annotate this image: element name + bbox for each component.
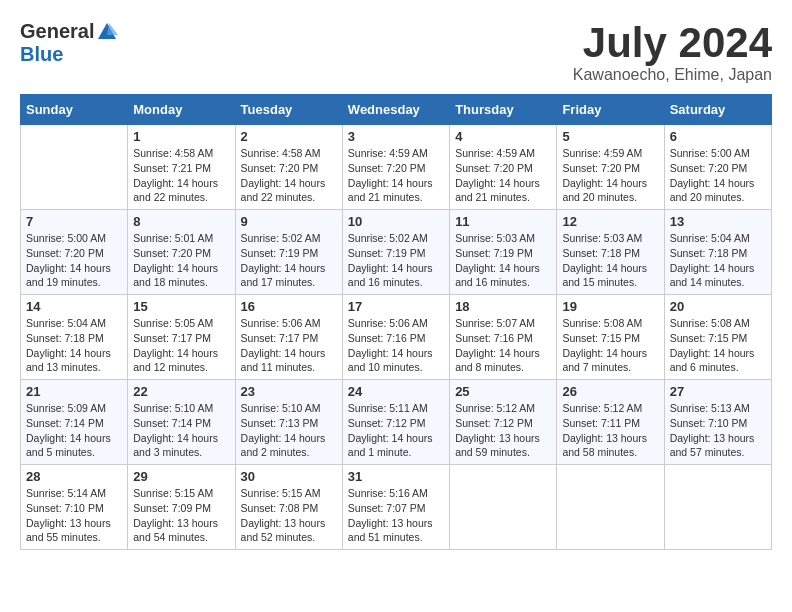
day-info: Sunrise: 5:04 AMSunset: 7:18 PMDaylight:… <box>26 316 122 375</box>
day-number: 11 <box>455 214 551 229</box>
day-info: Sunrise: 5:07 AMSunset: 7:16 PMDaylight:… <box>455 316 551 375</box>
calendar-cell <box>557 465 664 550</box>
day-info: Sunrise: 4:59 AMSunset: 7:20 PMDaylight:… <box>348 146 444 205</box>
day-number: 1 <box>133 129 229 144</box>
col-thursday: Thursday <box>450 95 557 125</box>
calendar-cell <box>664 465 771 550</box>
week-row-4: 21Sunrise: 5:09 AMSunset: 7:14 PMDayligh… <box>21 380 772 465</box>
day-info: Sunrise: 5:10 AMSunset: 7:14 PMDaylight:… <box>133 401 229 460</box>
calendar-cell: 28Sunrise: 5:14 AMSunset: 7:10 PMDayligh… <box>21 465 128 550</box>
calendar-cell: 25Sunrise: 5:12 AMSunset: 7:12 PMDayligh… <box>450 380 557 465</box>
calendar-cell: 8Sunrise: 5:01 AMSunset: 7:20 PMDaylight… <box>128 210 235 295</box>
day-number: 14 <box>26 299 122 314</box>
day-number: 19 <box>562 299 658 314</box>
day-info: Sunrise: 5:04 AMSunset: 7:18 PMDaylight:… <box>670 231 766 290</box>
logo: General Blue <box>20 20 118 66</box>
day-info: Sunrise: 5:16 AMSunset: 7:07 PMDaylight:… <box>348 486 444 545</box>
calendar-cell: 6Sunrise: 5:00 AMSunset: 7:20 PMDaylight… <box>664 125 771 210</box>
day-info: Sunrise: 5:08 AMSunset: 7:15 PMDaylight:… <box>562 316 658 375</box>
day-number: 3 <box>348 129 444 144</box>
day-info: Sunrise: 5:15 AMSunset: 7:09 PMDaylight:… <box>133 486 229 545</box>
calendar-cell: 16Sunrise: 5:06 AMSunset: 7:17 PMDayligh… <box>235 295 342 380</box>
calendar-cell: 1Sunrise: 4:58 AMSunset: 7:21 PMDaylight… <box>128 125 235 210</box>
logo-general-text: General <box>20 20 94 43</box>
day-info: Sunrise: 5:03 AMSunset: 7:19 PMDaylight:… <box>455 231 551 290</box>
calendar-cell: 30Sunrise: 5:15 AMSunset: 7:08 PMDayligh… <box>235 465 342 550</box>
day-number: 8 <box>133 214 229 229</box>
day-number: 29 <box>133 469 229 484</box>
day-number: 20 <box>670 299 766 314</box>
day-info: Sunrise: 5:05 AMSunset: 7:17 PMDaylight:… <box>133 316 229 375</box>
calendar-cell: 31Sunrise: 5:16 AMSunset: 7:07 PMDayligh… <box>342 465 449 550</box>
col-tuesday: Tuesday <box>235 95 342 125</box>
calendar-cell: 9Sunrise: 5:02 AMSunset: 7:19 PMDaylight… <box>235 210 342 295</box>
day-number: 9 <box>241 214 337 229</box>
svg-marker-1 <box>107 23 118 35</box>
col-friday: Friday <box>557 95 664 125</box>
day-info: Sunrise: 5:13 AMSunset: 7:10 PMDaylight:… <box>670 401 766 460</box>
day-number: 5 <box>562 129 658 144</box>
week-row-5: 28Sunrise: 5:14 AMSunset: 7:10 PMDayligh… <box>21 465 772 550</box>
calendar-cell: 7Sunrise: 5:00 AMSunset: 7:20 PMDaylight… <box>21 210 128 295</box>
day-info: Sunrise: 5:14 AMSunset: 7:10 PMDaylight:… <box>26 486 122 545</box>
day-info: Sunrise: 5:15 AMSunset: 7:08 PMDaylight:… <box>241 486 337 545</box>
col-monday: Monday <box>128 95 235 125</box>
day-info: Sunrise: 4:59 AMSunset: 7:20 PMDaylight:… <box>562 146 658 205</box>
calendar-cell <box>21 125 128 210</box>
day-number: 26 <box>562 384 658 399</box>
logo-icon <box>96 21 118 43</box>
calendar-cell: 26Sunrise: 5:12 AMSunset: 7:11 PMDayligh… <box>557 380 664 465</box>
day-number: 28 <box>26 469 122 484</box>
month-title: July 2024 <box>573 20 772 66</box>
calendar-cell: 19Sunrise: 5:08 AMSunset: 7:15 PMDayligh… <box>557 295 664 380</box>
day-number: 31 <box>348 469 444 484</box>
calendar-header-row: Sunday Monday Tuesday Wednesday Thursday… <box>21 95 772 125</box>
day-number: 27 <box>670 384 766 399</box>
calendar-cell: 12Sunrise: 5:03 AMSunset: 7:18 PMDayligh… <box>557 210 664 295</box>
day-number: 18 <box>455 299 551 314</box>
col-saturday: Saturday <box>664 95 771 125</box>
day-info: Sunrise: 5:09 AMSunset: 7:14 PMDaylight:… <box>26 401 122 460</box>
day-info: Sunrise: 4:59 AMSunset: 7:20 PMDaylight:… <box>455 146 551 205</box>
calendar-cell: 5Sunrise: 4:59 AMSunset: 7:20 PMDaylight… <box>557 125 664 210</box>
day-info: Sunrise: 5:08 AMSunset: 7:15 PMDaylight:… <box>670 316 766 375</box>
day-number: 16 <box>241 299 337 314</box>
day-number: 21 <box>26 384 122 399</box>
day-info: Sunrise: 5:00 AMSunset: 7:20 PMDaylight:… <box>26 231 122 290</box>
calendar-cell: 13Sunrise: 5:04 AMSunset: 7:18 PMDayligh… <box>664 210 771 295</box>
logo-blue-text: Blue <box>20 43 63 66</box>
calendar-cell: 20Sunrise: 5:08 AMSunset: 7:15 PMDayligh… <box>664 295 771 380</box>
calendar-cell: 23Sunrise: 5:10 AMSunset: 7:13 PMDayligh… <box>235 380 342 465</box>
day-info: Sunrise: 5:02 AMSunset: 7:19 PMDaylight:… <box>241 231 337 290</box>
col-sunday: Sunday <box>21 95 128 125</box>
calendar-cell <box>450 465 557 550</box>
calendar-cell: 14Sunrise: 5:04 AMSunset: 7:18 PMDayligh… <box>21 295 128 380</box>
week-row-1: 1Sunrise: 4:58 AMSunset: 7:21 PMDaylight… <box>21 125 772 210</box>
calendar-cell: 22Sunrise: 5:10 AMSunset: 7:14 PMDayligh… <box>128 380 235 465</box>
calendar-cell: 24Sunrise: 5:11 AMSunset: 7:12 PMDayligh… <box>342 380 449 465</box>
week-row-2: 7Sunrise: 5:00 AMSunset: 7:20 PMDaylight… <box>21 210 772 295</box>
day-info: Sunrise: 5:03 AMSunset: 7:18 PMDaylight:… <box>562 231 658 290</box>
day-info: Sunrise: 5:06 AMSunset: 7:17 PMDaylight:… <box>241 316 337 375</box>
calendar-cell: 27Sunrise: 5:13 AMSunset: 7:10 PMDayligh… <box>664 380 771 465</box>
day-number: 13 <box>670 214 766 229</box>
col-wednesday: Wednesday <box>342 95 449 125</box>
day-number: 17 <box>348 299 444 314</box>
calendar-cell: 18Sunrise: 5:07 AMSunset: 7:16 PMDayligh… <box>450 295 557 380</box>
day-number: 30 <box>241 469 337 484</box>
day-number: 12 <box>562 214 658 229</box>
day-info: Sunrise: 4:58 AMSunset: 7:21 PMDaylight:… <box>133 146 229 205</box>
day-info: Sunrise: 4:58 AMSunset: 7:20 PMDaylight:… <box>241 146 337 205</box>
day-number: 25 <box>455 384 551 399</box>
calendar-cell: 2Sunrise: 4:58 AMSunset: 7:20 PMDaylight… <box>235 125 342 210</box>
day-number: 23 <box>241 384 337 399</box>
week-row-3: 14Sunrise: 5:04 AMSunset: 7:18 PMDayligh… <box>21 295 772 380</box>
day-number: 24 <box>348 384 444 399</box>
day-number: 22 <box>133 384 229 399</box>
day-info: Sunrise: 5:10 AMSunset: 7:13 PMDaylight:… <box>241 401 337 460</box>
day-number: 2 <box>241 129 337 144</box>
day-number: 10 <box>348 214 444 229</box>
calendar-cell: 11Sunrise: 5:03 AMSunset: 7:19 PMDayligh… <box>450 210 557 295</box>
day-number: 15 <box>133 299 229 314</box>
day-info: Sunrise: 5:11 AMSunset: 7:12 PMDaylight:… <box>348 401 444 460</box>
